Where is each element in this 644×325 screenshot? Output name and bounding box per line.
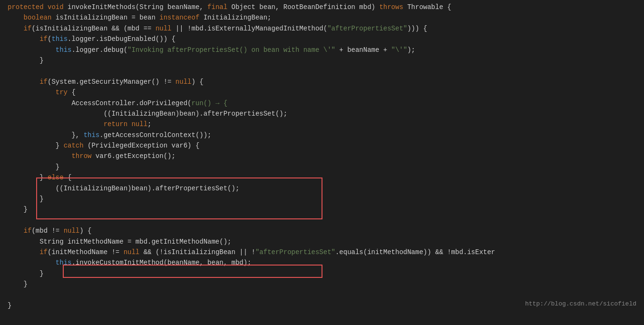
code-line: } (0, 55, 644, 66)
code-token: (initMethodName != (48, 248, 124, 256)
code-token: throws (379, 3, 407, 11)
code-token: Throwable { (407, 3, 451, 11)
code-line: } else { (0, 172, 644, 183)
code-token: "afterPropertiesSet" (255, 248, 335, 256)
code-line: } (0, 194, 644, 204)
code-token: .logger.isDebugEnabled()) { (68, 35, 176, 43)
code-token: boolean (8, 14, 56, 21)
code-line: if(initMethodName != null && (!isInitial… (0, 247, 644, 257)
code-token: null (176, 78, 192, 86)
code-token: ((InitializingBean)bean).afterProperties… (8, 110, 287, 118)
code-token: ); (407, 46, 415, 54)
code-line: try { (0, 87, 644, 98)
code-token: } (8, 142, 64, 149)
code-line (0, 215, 644, 226)
code-token: || !mbd.isExternallyManagedInitMethod( (176, 25, 327, 32)
code-token: if (8, 227, 31, 235)
code-line: protected void invokeInitMethods(String … (0, 2, 644, 12)
code-token: null (64, 227, 80, 235)
code-token: .getAccessControlContext()); (99, 131, 211, 139)
code-token: final (207, 3, 231, 11)
code-line: ((InitializingBean)bean).afterProperties… (0, 183, 644, 194)
code-token: } (8, 163, 59, 171)
code-token (8, 259, 56, 266)
code-line: if(System.getSecurityManager() != null) … (0, 77, 644, 87)
code-token (8, 46, 56, 54)
code-token: }, (8, 131, 84, 139)
code-token: ((InitializingBean)bean).afterProperties… (8, 185, 239, 192)
code-line: AccessController.doPrivileged(run() → { (0, 98, 644, 108)
code-token: (PrivilegedException var6) { (88, 142, 199, 149)
code-token: ))) { (407, 25, 427, 32)
code-line: throw var6.getException(); (0, 151, 644, 161)
code-line (0, 290, 644, 300)
code-token: .equals(initMethodName)) && !mbd.isExter (335, 248, 495, 256)
code-token: null (124, 248, 144, 256)
code-token: (isInitializingBean && (mbd == (31, 25, 155, 32)
code-token: } (8, 57, 44, 64)
watermark: http://blog.csdn.net/sicofield (525, 299, 636, 309)
code-token: { (68, 174, 71, 181)
code-line: } catch (PrivilegedException var6) { (0, 140, 644, 151)
code-token: catch (64, 142, 88, 149)
code-line: return null; (0, 119, 644, 129)
code-token: InitializingBean; (204, 14, 272, 21)
code-token: (mbd != (31, 227, 63, 235)
code-token: void (48, 3, 68, 11)
code-token: else (48, 174, 68, 181)
code-token: try (8, 89, 68, 96)
code-token: if (8, 78, 48, 86)
code-token: this (51, 35, 68, 43)
code-token (8, 120, 104, 128)
code-token: } (8, 206, 28, 213)
code-token: bean, RootBeanDefinition mbd) (259, 3, 379, 11)
code-token: var6.getException(); (96, 152, 176, 160)
code-line: } (0, 162, 644, 172)
code-line: if(mbd != null) { (0, 226, 644, 236)
code-token: "\'" (391, 46, 408, 54)
code-line: if(this.logger.isDebugEnabled()) { (0, 34, 644, 44)
code-token: this (84, 131, 100, 139)
code-line: } (0, 268, 644, 279)
code-token: ) { (79, 227, 91, 235)
code-line: if(isInitializingBean && (mbd == null ||… (0, 23, 644, 34)
code-token (8, 152, 71, 160)
code-line: } (0, 279, 644, 289)
code-token: this (56, 46, 72, 54)
code-token: instanceof (159, 14, 203, 21)
code-token: AccessController.doPrivileged( (8, 99, 191, 107)
code-line: String initMethodName = mbd.getInitMetho… (0, 236, 644, 247)
code-token: } (8, 302, 11, 309)
code-line: } (0, 204, 644, 215)
code-token: if (8, 248, 48, 256)
code-token: (System.getSecurityManager() != (48, 78, 176, 86)
code-line: boolean isInitializingBean = bean instan… (0, 12, 644, 23)
code-token: "afterPropertiesSet" (327, 25, 407, 32)
code-token: } (8, 280, 28, 288)
code-token: isInitializingBean = bean (56, 14, 159, 21)
code-token: + beanName + (339, 46, 391, 54)
code-token: .logger.debug( (71, 46, 127, 54)
code-token: } (8, 270, 44, 277)
code-line: this.invokeCustomInitMethod(beanName, be… (0, 257, 644, 268)
code-token: Object (232, 3, 260, 11)
code-token: } (8, 195, 44, 203)
code-token: String initMethodName = mbd.getInitMetho… (8, 238, 231, 246)
code-token: } (8, 174, 48, 181)
code-line (0, 66, 644, 76)
code-editor: protected void invokeInitMethods(String … (0, 0, 644, 313)
code-token: "Invoking afterPropertiesSet() on bean w… (127, 46, 339, 54)
code-token: run() → { (191, 99, 227, 107)
code-token: throw (71, 152, 95, 160)
code-token: if (8, 35, 48, 43)
code-token: ; (147, 120, 151, 128)
code-token: { (68, 89, 76, 96)
code-token: this (56, 259, 72, 266)
code-token: ) { (191, 78, 203, 86)
code-line: }, this.getAccessControlContext()); (0, 130, 644, 140)
code-token: protected (8, 3, 48, 11)
code-token: invokeInitMethods(String beanName, (68, 3, 207, 11)
code-token: .invokeCustomInitMethod(beanName, bean, … (71, 259, 251, 266)
code-token: && (!isInitializingBean || ! (144, 248, 255, 256)
code-token: null (131, 120, 147, 128)
